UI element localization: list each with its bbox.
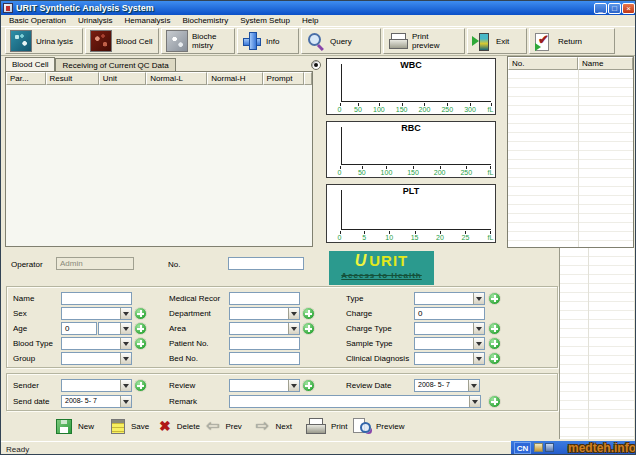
info-button[interactable]: Info: [237, 28, 299, 54]
delete-button[interactable]: ✖ Delete: [159, 416, 200, 436]
sex-select[interactable]: [61, 307, 132, 320]
minimize-button[interactable]: _: [594, 3, 607, 14]
return-button[interactable]: ✔ Return: [529, 28, 615, 54]
chevron-down-icon[interactable]: [473, 293, 484, 304]
add-blood-type-button[interactable]: [134, 337, 147, 350]
blood-cell-button[interactable]: Blood Cell: [85, 28, 159, 54]
chevron-down-icon[interactable]: [120, 353, 131, 364]
plt-y-axis: [341, 190, 342, 230]
clinical-diagnosis-select[interactable]: [414, 352, 485, 365]
exit-button-label: Exit: [496, 37, 509, 46]
charge-type-select[interactable]: [414, 322, 485, 335]
age-unit-select[interactable]: [98, 322, 132, 335]
age-field[interactable]: 0: [61, 322, 97, 335]
urinalysis-button[interactable]: Urina lysis: [5, 28, 83, 54]
add-review-button[interactable]: [302, 379, 315, 392]
group-select[interactable]: [61, 352, 132, 365]
save-button[interactable]: Save: [111, 416, 149, 436]
rbc-title: RBC: [327, 123, 495, 133]
chevron-down-icon[interactable]: [120, 380, 131, 391]
add-charge-type-button[interactable]: [488, 322, 501, 335]
type-select[interactable]: [414, 292, 485, 305]
send-date-label: Send date: [13, 397, 49, 406]
titlebar: URIT Synthetic Analysis System _ □ ×: [1, 1, 636, 15]
urinalysis-icon: [10, 30, 32, 52]
add-area-button[interactable]: [302, 322, 315, 335]
chevron-down-icon[interactable]: [288, 380, 299, 391]
patient-list-rows: [508, 70, 633, 247]
remark-select[interactable]: [229, 395, 481, 408]
review-date-value: 2008- 5- 7: [418, 381, 450, 388]
language-indicator[interactable]: CN: [514, 442, 531, 454]
preview-button[interactable]: Preview: [353, 416, 404, 436]
add-age-button[interactable]: [134, 322, 147, 335]
add-clinical-diagnosis-button[interactable]: [488, 352, 501, 365]
patient-no-label: Patient No.: [169, 339, 209, 348]
close-button[interactable]: ×: [622, 3, 635, 14]
patient-list[interactable]: No. Name: [507, 56, 634, 248]
exit-button[interactable]: Exit: [467, 28, 527, 54]
chevron-down-icon[interactable]: [120, 323, 131, 334]
chevron-down-icon[interactable]: [468, 380, 479, 391]
charge-field[interactable]: 0: [414, 307, 485, 320]
print-preview-button[interactable]: Print preview: [383, 28, 465, 54]
tick: 200: [419, 106, 431, 113]
add-remark-button[interactable]: [488, 395, 501, 408]
sample-type-select[interactable]: [414, 337, 485, 350]
chevron-down-icon[interactable]: [473, 323, 484, 334]
new-button[interactable]: New: [56, 416, 94, 436]
menu-basic-operation[interactable]: Basic Operation: [4, 16, 71, 25]
tray-icon[interactable]: [534, 443, 543, 452]
add-sender-button[interactable]: [134, 379, 147, 392]
name-field[interactable]: [61, 292, 132, 305]
blood-type-select[interactable]: [61, 337, 132, 350]
chevron-down-icon[interactable]: [473, 338, 484, 349]
add-department-button[interactable]: [302, 307, 315, 320]
send-date-picker[interactable]: 2008- 5- 7: [61, 395, 132, 408]
tab-receiving-qc-data[interactable]: Receiving of Current QC Data: [55, 58, 175, 71]
column-divider: [578, 70, 579, 247]
biochemistry-button[interactable]: Bioche mistry: [161, 28, 235, 54]
sender-select[interactable]: [61, 379, 132, 392]
chevron-down-icon[interactable]: [469, 396, 480, 407]
chevron-down-icon[interactable]: [473, 353, 484, 364]
menu-system-setup[interactable]: System Setup: [235, 16, 295, 25]
plt-title: PLT: [327, 186, 495, 196]
next-button[interactable]: ⇨ Next: [256, 416, 292, 436]
menu-biochemistry[interactable]: Biochemistry: [177, 16, 233, 25]
channel-radio-button[interactable]: [311, 60, 321, 70]
add-type-button[interactable]: [488, 292, 501, 305]
chevron-down-icon[interactable]: [120, 308, 131, 319]
chevron-down-icon[interactable]: [288, 308, 299, 319]
blood-type-label: Blood Type: [13, 339, 53, 348]
tick: 100: [381, 169, 393, 176]
keyboard-tray-icon[interactable]: [545, 443, 554, 452]
medical-record-field[interactable]: [229, 292, 300, 305]
send-date-value: 2008- 5- 7: [65, 397, 97, 404]
chevron-down-icon[interactable]: [120, 338, 131, 349]
department-select[interactable]: [229, 307, 300, 320]
menu-hemanalysis[interactable]: Hemanalysis: [120, 16, 176, 25]
tick: 50: [358, 169, 366, 176]
review-date-picker[interactable]: 2008- 5- 7: [414, 379, 480, 392]
maximize-button[interactable]: □: [608, 3, 621, 14]
sample-no-field[interactable]: [228, 257, 304, 270]
prev-button[interactable]: ⇦ Prev: [206, 416, 242, 436]
query-button[interactable]: Query: [301, 28, 381, 54]
add-sample-type-button[interactable]: [488, 337, 501, 350]
chevron-down-icon[interactable]: [120, 396, 131, 407]
bed-no-field[interactable]: [229, 352, 300, 365]
add-sex-button[interactable]: [134, 307, 147, 320]
patient-no-field[interactable]: [229, 337, 300, 350]
charge-label: Charge: [346, 309, 372, 318]
menu-help[interactable]: Help: [297, 16, 323, 25]
tick: fL: [487, 234, 494, 241]
review-select[interactable]: [229, 379, 300, 392]
urinalysis-button-label: Urina lysis: [36, 37, 73, 46]
tab-blood-cell[interactable]: Blood Cell: [5, 57, 55, 71]
chevron-down-icon[interactable]: [288, 323, 299, 334]
print-button[interactable]: Print: [306, 416, 347, 436]
return-button-label: Return: [558, 37, 582, 46]
menu-urinalysis[interactable]: Urinalysis: [73, 16, 118, 25]
area-select[interactable]: [229, 322, 300, 335]
